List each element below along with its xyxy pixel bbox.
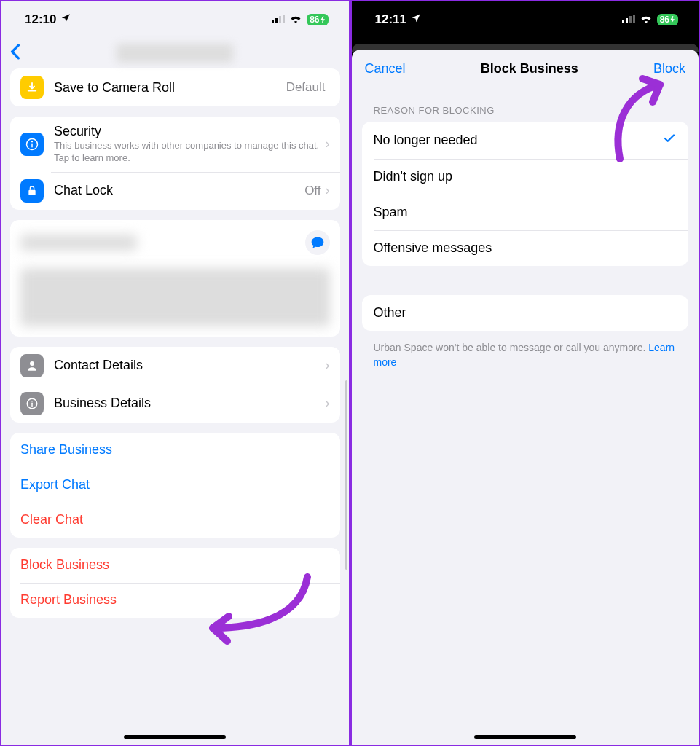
reason-offensive[interactable]: Offensive messages [362, 230, 689, 266]
svg-rect-13 [629, 16, 632, 23]
reason-other-list: Other [362, 295, 689, 331]
home-indicator[interactable] [124, 735, 226, 739]
row-export-chat[interactable]: Export Chat [10, 468, 340, 503]
row-label: Clear Chat [20, 512, 330, 527]
svg-point-10 [31, 401, 33, 402]
cancel-button[interactable]: Cancel [365, 61, 406, 76]
block-sheet: Cancel Block Business Block REASON FOR B… [352, 50, 699, 745]
chevron-right-icon: › [326, 358, 330, 373]
reason-label: Didn't sign up [374, 169, 453, 184]
row-label: Contact Details [54, 358, 326, 373]
reason-label: Spam [374, 205, 408, 220]
svg-rect-11 [622, 20, 624, 23]
row-block-business[interactable]: Block Business [10, 548, 340, 583]
chevron-right-icon: › [326, 396, 330, 411]
row-security[interactable]: Security This business works with other … [10, 117, 340, 172]
svg-rect-6 [31, 143, 33, 147]
row-report-business[interactable]: Report Business [10, 583, 340, 618]
svg-rect-0 [272, 20, 274, 23]
row-label: Security [54, 124, 326, 139]
blurred-contact-name [20, 235, 137, 251]
location-icon [411, 12, 421, 27]
back-button[interactable] [10, 42, 20, 65]
cellular-icon [622, 12, 635, 27]
chevron-right-icon: › [326, 183, 330, 198]
reason-no-longer-needed[interactable]: No longer needed [362, 122, 689, 159]
section-header: REASON FOR BLOCKING [352, 87, 699, 122]
reason-label: Other [374, 305, 406, 321]
nav-bar [1, 38, 349, 68]
row-label: Business Details [54, 396, 326, 411]
person-icon [20, 354, 44, 377]
info-icon [20, 133, 44, 156]
chat-button[interactable] [305, 230, 330, 255]
row-clear-chat[interactable]: Clear Chat [10, 503, 340, 538]
status-bar: 12:11 86 [352, 1, 699, 38]
row-subtitle: This business works with other companies… [54, 140, 326, 165]
right-phone: 12:11 86 Cancel Block Business Block REA… [352, 1, 699, 745]
info-circle-icon [20, 392, 44, 415]
lock-icon [20, 179, 44, 203]
battery-icon: 86 [657, 14, 678, 25]
svg-point-5 [31, 141, 33, 142]
status-time: 12:10 [25, 12, 56, 27]
svg-rect-3 [283, 15, 285, 23]
row-label: Report Business [20, 592, 330, 608]
svg-point-8 [30, 361, 34, 366]
download-icon [20, 76, 44, 99]
row-label: Block Business [20, 557, 330, 573]
svg-rect-7 [28, 189, 35, 195]
scroll-indicator[interactable] [345, 380, 347, 570]
block-button[interactable]: Block [653, 61, 685, 76]
wifi-icon [640, 12, 653, 27]
row-business-details[interactable]: Business Details › [10, 385, 340, 423]
sheet-header: Cancel Block Business Block [352, 50, 699, 87]
svg-rect-2 [279, 16, 281, 23]
row-value: Off [304, 184, 320, 198]
svg-rect-14 [633, 15, 635, 23]
location-icon [60, 12, 71, 27]
reason-label: No longer needed [374, 133, 478, 148]
status-bar: 12:10 86 [1, 1, 349, 38]
page-title-blurred [117, 44, 233, 63]
row-share-business[interactable]: Share Business [10, 433, 340, 468]
battery-icon: 86 [307, 14, 328, 25]
reason-label: Offensive messages [374, 240, 492, 256]
reason-didnt-sign-up[interactable]: Didn't sign up [362, 159, 689, 195]
row-label: Export Chat [20, 477, 330, 492]
reason-spam[interactable]: Spam [362, 195, 689, 230]
row-label: Save to Camera Roll [54, 80, 286, 95]
blurred-contact-info [20, 268, 330, 326]
chevron-right-icon: › [326, 136, 330, 152]
row-save-camera-roll[interactable]: Save to Camera Roll Default [10, 68, 340, 106]
row-label: Share Business [20, 442, 330, 458]
status-time: 12:11 [375, 12, 406, 27]
home-indicator[interactable] [474, 735, 576, 739]
row-contact-details[interactable]: Contact Details › [10, 347, 340, 385]
reason-list: No longer needed Didn't sign up Spam Off… [362, 122, 689, 266]
row-label: Chat Lock [54, 183, 304, 198]
row-chat-lock[interactable]: Chat Lock Off › [10, 172, 340, 210]
svg-rect-12 [626, 18, 628, 23]
svg-rect-1 [275, 18, 278, 23]
wifi-icon [289, 12, 302, 27]
checkmark-icon [662, 132, 677, 149]
reason-other[interactable]: Other [362, 295, 689, 331]
footer-text: Urban Space won't be able to message or … [352, 331, 699, 380]
sheet-title: Block Business [481, 61, 578, 76]
row-value: Default [286, 80, 326, 95]
settings-content: Save to Camera Roll Default Security Thi… [1, 68, 349, 745]
cellular-icon [272, 12, 285, 27]
left-phone: 12:10 86 Save to Camera [1, 1, 349, 745]
